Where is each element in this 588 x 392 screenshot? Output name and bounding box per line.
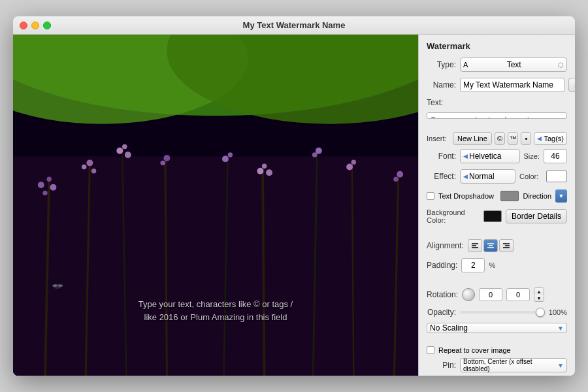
opacity-row: Opacity: 100%	[427, 308, 567, 317]
maximize-button[interactable]	[43, 22, 51, 29]
pin-select[interactable]: Bottom, Center (x offset disabled) ▼	[460, 358, 567, 372]
close-button[interactable]	[20, 22, 27, 29]
type-select[interactable]: A Text ⬡	[460, 57, 567, 72]
effect-value: Normal	[468, 172, 512, 181]
rotation-down-button[interactable]: ▼	[534, 295, 544, 301]
alignment-label: Alignment:	[427, 241, 464, 250]
svg-point-38	[52, 284, 57, 287]
svg-point-19	[160, 161, 165, 165]
rotation-y-input[interactable]	[506, 288, 530, 301]
opacity-slider[interactable]	[460, 311, 545, 314]
direction-select-arrow[interactable]: ▼	[555, 189, 567, 203]
trademark-button[interactable]: ™	[508, 132, 518, 145]
rotation-knob[interactable]	[462, 288, 475, 301]
svg-point-35	[393, 177, 398, 182]
svg-point-12	[86, 159, 93, 166]
name-row: Name: Save	[427, 78, 567, 92]
pin-row: Pin: Bottom, Center (x offset disabled) …	[427, 358, 567, 372]
tags-select[interactable]: ◀ Tag(s)	[534, 132, 567, 145]
window-title: My Text Watermark Name	[243, 20, 346, 30]
svg-point-32	[346, 164, 353, 171]
svg-point-17	[125, 152, 131, 158]
minimize-button[interactable]	[31, 22, 39, 29]
svg-point-6	[38, 182, 44, 188]
svg-point-13	[91, 169, 96, 173]
align-left-icon	[471, 242, 479, 249]
bg-color-swatch[interactable]	[483, 210, 502, 222]
align-center-icon	[487, 242, 495, 249]
svg-point-7	[46, 177, 51, 182]
dropshadow-color[interactable]	[500, 191, 519, 201]
bullet-button[interactable]: •	[521, 132, 531, 145]
size-input[interactable]	[544, 149, 567, 163]
rotation-row: Rotation: ▲ ▼	[427, 287, 567, 302]
preview-watermark-text: Type your text, characters like © or tag…	[139, 298, 293, 323]
name-label: Name:	[427, 80, 456, 90]
svg-point-22	[222, 155, 229, 162]
svg-rect-4	[13, 156, 418, 376]
effect-select[interactable]: ◀ Normal	[460, 169, 515, 184]
text-label: Text:	[427, 98, 567, 107]
repeat-label: Repeat to cover image	[438, 346, 511, 354]
svg-line-24	[263, 169, 264, 376]
padding-input[interactable]	[461, 258, 485, 272]
rotation-up-button[interactable]: ▲	[534, 288, 544, 295]
font-label: Font:	[427, 152, 456, 161]
font-arrow-icon: ◀	[463, 153, 468, 159]
scaling-select[interactable]: No Scaling ▼	[427, 323, 567, 333]
color-swatch[interactable]	[546, 171, 567, 182]
scaling-value: No Scaling	[430, 323, 468, 333]
padding-label: Padding:	[427, 261, 457, 270]
copyright-button[interactable]: ©	[495, 132, 505, 145]
alignment-buttons	[468, 239, 514, 252]
dropshadow-row: Text Dropshadow Direction ▼	[427, 189, 567, 203]
tags-label: Tag(s)	[544, 135, 564, 142]
name-input[interactable]	[460, 78, 564, 92]
titlebar: My Text Watermark Name	[13, 16, 575, 35]
svg-point-27	[266, 169, 272, 176]
svg-point-15	[116, 148, 123, 154]
rotation-x-input[interactable]	[479, 288, 502, 301]
content-area: Type your text, characters like © or tag…	[13, 35, 575, 376]
align-right-icon	[502, 242, 510, 249]
type-row: Type: A Text ⬡	[427, 57, 567, 72]
bg-color-row: Background Color: Border Details	[427, 208, 567, 224]
border-details-button[interactable]: Border Details	[506, 209, 567, 223]
font-value: Helvetica	[468, 152, 517, 161]
svg-point-8	[50, 184, 56, 191]
save-button[interactable]: Save	[568, 78, 575, 92]
svg-point-25	[257, 168, 263, 174]
align-right-button[interactable]	[499, 239, 514, 252]
rotation-stepper[interactable]: ▲ ▼	[534, 287, 544, 302]
effect-label: Effect:	[427, 172, 456, 181]
align-center-button[interactable]	[483, 239, 498, 252]
bg-color-label: Background Color:	[427, 208, 477, 224]
svg-point-39	[58, 284, 63, 287]
padding-row: Padding: %	[427, 258, 567, 272]
text-textarea[interactable]	[427, 112, 567, 119]
dropshadow-label: Text Dropshadow	[438, 192, 494, 200]
pin-value: Bottom, Center (x offset disabled)	[463, 358, 557, 372]
new-line-button[interactable]: New Line	[453, 132, 492, 145]
padding-unit: %	[489, 261, 495, 269]
svg-point-30	[316, 148, 322, 154]
effect-arrow-icon: ◀	[463, 173, 468, 180]
svg-point-33	[351, 159, 356, 164]
insert-label: Insert:	[427, 135, 450, 142]
dropshadow-checkbox[interactable]	[427, 192, 434, 200]
pin-label: Pin:	[427, 361, 456, 370]
align-left-button[interactable]	[468, 239, 482, 252]
svg-point-11	[82, 165, 86, 169]
svg-point-29	[312, 152, 317, 157]
tags-arrow-icon: ◀	[537, 135, 542, 142]
direction-label: Direction	[523, 192, 551, 200]
size-label: Size:	[524, 152, 540, 160]
svg-point-36	[397, 171, 403, 178]
type-label: Type:	[427, 60, 456, 69]
repeat-row: Repeat to cover image	[427, 346, 567, 354]
font-select[interactable]: ◀ Helvetica	[460, 149, 520, 163]
repeat-checkbox[interactable]	[427, 346, 434, 354]
main-window: My Text Watermark Name	[13, 16, 575, 376]
svg-point-26	[262, 164, 267, 169]
opacity-value: 100%	[549, 308, 567, 316]
